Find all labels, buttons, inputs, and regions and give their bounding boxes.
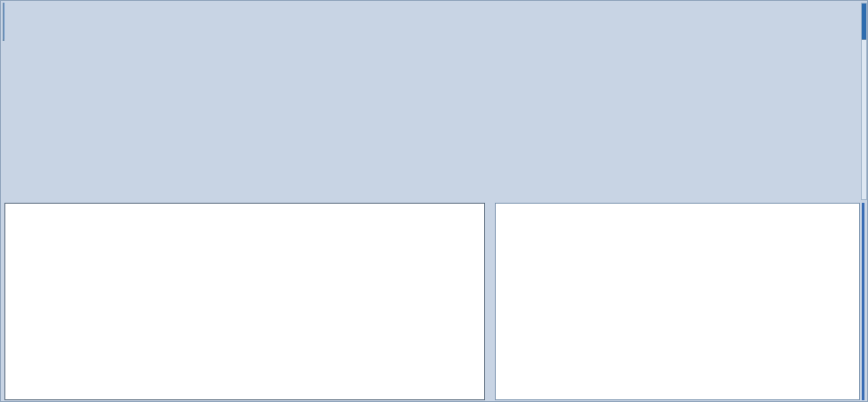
daily-bond-rates-grid <box>3 3 4 41</box>
panel-splitter[interactable] <box>862 203 864 400</box>
bond-rates-window <box>0 0 868 402</box>
date-column-header[interactable] <box>4 4 4 41</box>
intraday-rates-table <box>496 204 861 399</box>
grid-scrollbar-cap <box>862 4 866 40</box>
intraday-table-panel <box>495 203 860 400</box>
grid-scrollbar[interactable] <box>861 3 867 200</box>
rates-line-chart <box>5 219 484 399</box>
rates-chart-panel <box>4 203 485 400</box>
grid-header-row <box>4 4 4 41</box>
